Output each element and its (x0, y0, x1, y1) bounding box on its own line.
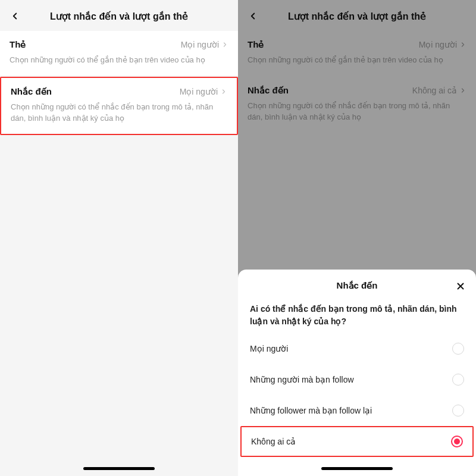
sheet-question: Ai có thể nhắc đến bạn trong mô tả, nhãn… (238, 299, 476, 333)
mention-section[interactable]: Nhắc đến Mọi người Chọn những người có t… (0, 77, 238, 135)
tag-value: Mọi người (181, 40, 228, 49)
option-following[interactable]: Những người mà bạn follow (238, 364, 476, 395)
tag-title: Thẻ (10, 39, 26, 50)
back-icon[interactable] (7, 8, 23, 24)
radio-icon (452, 374, 464, 386)
home-indicator[interactable] (321, 467, 393, 470)
sheet-title: Nhắc đến (238, 270, 476, 299)
option-followers-back[interactable]: Những follower mà bạn follow lại (238, 395, 476, 426)
chevron-right-icon (221, 41, 228, 48)
option-everyone[interactable]: Mọi người (238, 333, 476, 364)
option-label: Mọi người (250, 344, 288, 353)
option-label: Những người mà bạn follow (250, 375, 354, 384)
phone-screen-left: Lượt nhắc đến và lượt gắn thẻ Thẻ Mọi ng… (0, 0, 238, 476)
radio-icon (452, 405, 464, 416)
mention-value: Mọi người (180, 87, 227, 96)
tag-section[interactable]: Thẻ Mọi người Chọn những người có thể gắ… (0, 31, 238, 76)
phone-screen-right: Lượt nhắc đến và lượt gắn thẻ Thẻ Mọi ng… (238, 0, 476, 476)
mention-desc: Chọn những người có thể nhắc đến bạn tro… (11, 102, 227, 124)
home-indicator[interactable] (83, 467, 155, 470)
option-noone[interactable]: Không ai cả (240, 426, 474, 457)
page-title: Lượt nhắc đến và lượt gắn thẻ (23, 11, 215, 22)
mention-value-text: Mọi người (180, 87, 218, 96)
header: Lượt nhắc đến và lượt gắn thẻ (0, 0, 238, 31)
radio-icon-selected (451, 436, 463, 447)
tag-desc: Chọn những người có thể gắn thẻ bạn trên… (10, 55, 228, 66)
sheet-title-text: Nhắc đến (337, 280, 378, 290)
chevron-right-icon (220, 88, 227, 95)
tag-value-text: Mọi người (181, 40, 219, 49)
mention-sheet: Nhắc đến Ai có thể nhắc đến bạn trong mô… (238, 270, 476, 476)
option-label: Những follower mà bạn follow lại (250, 406, 372, 415)
close-icon[interactable] (453, 279, 468, 293)
mention-title: Nhắc đến (11, 86, 52, 97)
option-label: Không ai cả (251, 437, 296, 446)
radio-icon (452, 343, 464, 355)
